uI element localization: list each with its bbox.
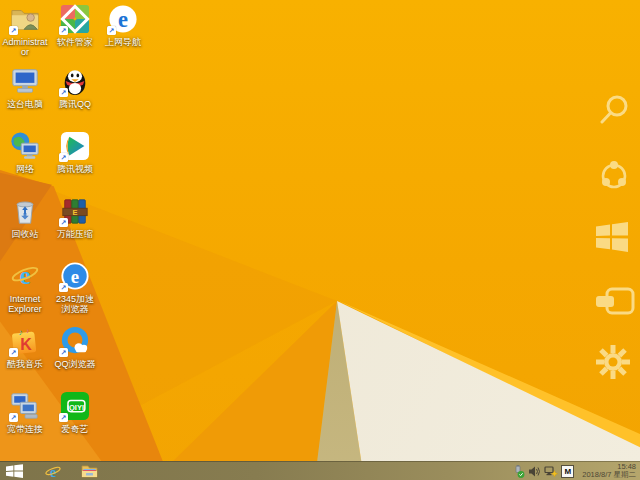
kuwo-music-icon: K ♪ ♪ ↗ — [10, 326, 40, 356]
windows-desktop: ↗ Administrator ↗ 软件管家 e ↗ 上网导航 — [0, 0, 640, 480]
desktop-icon-2345-browser[interactable]: e ↗ 2345加速浏览器 — [52, 261, 98, 314]
desktop-icon-label: Internet Explorer — [2, 294, 48, 314]
network-warning-icon[interactable] — [544, 465, 558, 478]
desktop-icon-label: 腾讯QQ — [52, 99, 98, 109]
computer-icon — [10, 66, 40, 96]
svg-text:♪: ♪ — [26, 327, 29, 334]
file-explorer-folder-icon — [81, 464, 98, 478]
desktop-icon-label: 腾讯视频 — [52, 164, 98, 174]
desktop-icon-label: 2345加速浏览器 — [52, 294, 98, 314]
desktop-icon-internet-explorer[interactable]: e Internet Explorer — [2, 261, 48, 314]
svg-text:iQIYI: iQIYI — [67, 403, 84, 412]
desktop-icon-software-manager[interactable]: ↗ 软件管家 — [52, 4, 98, 47]
volume-icon[interactable] — [528, 465, 541, 478]
desktop-icon-label: 万能压缩 — [52, 229, 98, 239]
windows-flag-icon — [6, 464, 23, 478]
shortcut-arrow-icon: ↗ — [59, 348, 68, 357]
shortcut-arrow-icon: ↗ — [59, 26, 68, 35]
network-globe-icon — [10, 131, 40, 161]
svg-text:K: K — [20, 336, 32, 353]
desktop-icon-recycle-bin[interactable]: 回收站 — [2, 196, 48, 239]
shortcut-arrow-icon: ↗ — [107, 26, 116, 35]
charm-devices[interactable] — [594, 285, 634, 325]
desktop-icon-administrator[interactable]: ↗ Administrator — [2, 4, 48, 57]
gear-icon — [594, 343, 632, 381]
shortcut-arrow-icon: ↗ — [59, 218, 68, 227]
desktop-icon-iqiyi[interactable]: iQIYI ↗ 爱奇艺 — [52, 391, 98, 434]
desktop-icon-label: 爱奇艺 — [52, 424, 98, 434]
charm-search[interactable] — [594, 90, 634, 130]
svg-text:♪: ♪ — [18, 327, 22, 337]
system-tray: M 15:48 2018/8/7 星期二 — [512, 463, 640, 480]
internet-explorer-icon: e — [45, 464, 61, 479]
charm-start[interactable] — [594, 220, 634, 260]
desktop-icon-tencent-qq[interactable]: ↗ 腾讯QQ — [52, 66, 98, 109]
desktop-icon-label: Administrator — [2, 37, 48, 57]
charm-settings[interactable] — [594, 343, 634, 383]
share-icon — [594, 156, 634, 196]
desktop-icon-label: 这台电脑 — [2, 99, 48, 109]
desktop-icon-kuwo-music[interactable]: K ♪ ♪ ↗ 酷我音乐 — [2, 326, 48, 369]
software-manager-icon: ↗ — [60, 4, 90, 34]
safely-remove-hardware-icon[interactable] — [512, 465, 525, 478]
desktop-icon-this-pc[interactable]: 这台电脑 — [2, 66, 48, 109]
shortcut-arrow-icon: ↗ — [59, 413, 68, 422]
charm-share[interactable] — [594, 156, 634, 196]
desktop-icon-wannen-zip[interactable]: E ↗ 万能压缩 — [52, 196, 98, 239]
qq-browser-icon: ↗ — [60, 326, 90, 356]
taskbar-internet-explorer-button[interactable]: e — [39, 462, 67, 480]
iqiyi-icon: iQIYI ↗ — [60, 391, 90, 421]
svg-text:e: e — [71, 266, 79, 287]
svg-text:e: e — [19, 261, 30, 289]
shortcut-arrow-icon: ↗ — [9, 348, 18, 357]
shortcut-arrow-icon: ↗ — [9, 26, 18, 35]
shortcut-arrow-icon: ↗ — [59, 153, 68, 162]
tencent-video-icon: ↗ — [60, 131, 90, 161]
input-method-indicator[interactable]: M — [561, 465, 574, 478]
search-icon — [594, 90, 634, 130]
desktop-icon-label: 宽带连接 — [2, 424, 48, 434]
svg-text:e: e — [50, 464, 56, 479]
shortcut-arrow-icon: ↗ — [9, 413, 18, 422]
windows-logo-icon — [594, 220, 630, 254]
user-folder-icon: ↗ — [10, 4, 40, 34]
desktop-icon-label: 上网导航 — [100, 37, 146, 47]
desktop-icon-broadband-connection[interactable]: ↗ 宽带连接 — [2, 391, 48, 434]
desktop-icon-qq-browser[interactable]: ↗ QQ浏览器 — [52, 326, 98, 369]
desktop-icon-web-navigation[interactable]: e ↗ 上网导航 — [100, 4, 146, 47]
broadband-connection-icon: ↗ — [10, 391, 40, 421]
desktop-icon-label: 软件管家 — [52, 37, 98, 47]
desktop-icon-label: 网络 — [2, 164, 48, 174]
recycle-bin-icon — [10, 196, 40, 226]
start-button[interactable] — [0, 462, 29, 480]
desktop-icon-network[interactable]: 网络 — [2, 131, 48, 174]
svg-text:e: e — [118, 7, 128, 32]
archive-books-icon: E ↗ — [60, 196, 90, 226]
clock-date: 2018/8/7 星期二 — [582, 471, 636, 480]
blue-e-browser-icon: e ↗ — [108, 4, 138, 34]
taskbar: e — [0, 461, 640, 480]
shortcut-arrow-icon: ↗ — [59, 283, 68, 292]
desktop-icon-label: QQ浏览器 — [52, 359, 98, 369]
shortcut-arrow-icon: ↗ — [59, 88, 68, 97]
internet-explorer-icon: e — [10, 261, 40, 291]
taskbar-clock[interactable]: 15:48 2018/8/7 星期二 — [582, 463, 636, 480]
devices-icon — [594, 285, 636, 319]
qq-penguin-icon: ↗ — [60, 66, 90, 96]
svg-text:E: E — [72, 208, 77, 217]
taskbar-file-explorer-button[interactable] — [75, 462, 104, 480]
desktop-icon-tencent-video[interactable]: ↗ 腾讯视频 — [52, 131, 98, 174]
desktop-icon-label: 酷我音乐 — [2, 359, 48, 369]
2345-browser-icon: e ↗ — [60, 261, 90, 291]
desktop-icon-label: 回收站 — [2, 229, 48, 239]
